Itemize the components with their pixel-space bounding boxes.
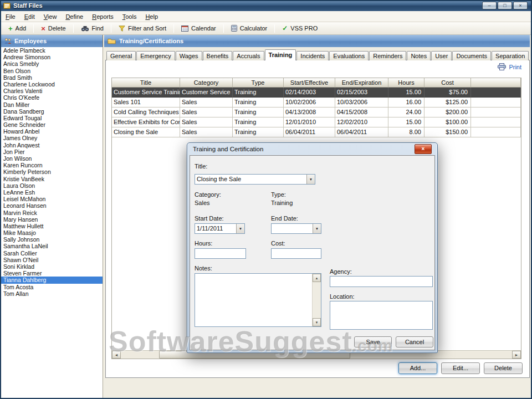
employee-list-item[interactable]: Steven Farmer <box>1 270 103 277</box>
employee-list-item[interactable]: Tianna Dahlberg <box>1 277 103 283</box>
cost-input[interactable] <box>271 248 321 259</box>
tab-user[interactable]: User <box>431 51 452 60</box>
column-header-start-effective[interactable]: Start/Effective <box>284 78 335 88</box>
chevron-down-icon[interactable]: ▼ <box>306 175 315 184</box>
employee-list-item[interactable]: Marvin Reick <box>1 209 103 216</box>
column-header-title[interactable]: Title <box>112 78 180 88</box>
menu-file[interactable]: File <box>1 11 20 22</box>
minimize-button[interactable]: – <box>482 2 497 9</box>
employee-list-item[interactable]: Jon Wilson <box>1 155 103 162</box>
table-row[interactable]: Effective Exhibits for Con...SalesTraini… <box>112 117 521 127</box>
employee-list-item[interactable]: Kimberly Peterson <box>1 168 103 175</box>
employee-list-item[interactable]: John Anqwest <box>1 142 103 149</box>
column-header-category[interactable]: Category <box>180 78 233 88</box>
employee-list-item[interactable]: Howard Anbel <box>1 128 103 135</box>
employee-list-item[interactable]: Mary Hansen <box>1 216 103 223</box>
menu-define[interactable]: Define <box>61 11 88 22</box>
menu-tools[interactable]: Tools <box>118 11 141 22</box>
tab-separation[interactable]: Separation <box>492 51 529 60</box>
employee-list-item[interactable]: Dana Sandberg <box>1 108 103 115</box>
menu-view[interactable]: View <box>39 11 62 22</box>
table-row[interactable]: Customer Service TrainingCustomer Servic… <box>112 88 521 98</box>
chevron-down-icon[interactable]: ▼ <box>313 224 321 233</box>
employee-list-item[interactable]: Soni Kirklad <box>1 263 103 270</box>
employee-list[interactable]: Adele PlambeckAndrew SimonsonAnica Smebl… <box>1 47 103 398</box>
employee-list-item[interactable]: Leonard Hansen <box>1 202 103 209</box>
employee-list-item[interactable]: Brad Smith <box>1 74 103 81</box>
menu-help[interactable]: Help <box>141 11 162 22</box>
agency-input[interactable] <box>330 276 433 287</box>
tab-wages[interactable]: Wages <box>176 51 202 60</box>
toolbar-calculator[interactable]: Calculator <box>225 22 274 35</box>
title-dropdown[interactable]: Closing the Sale ▼ <box>195 174 315 185</box>
tab-evaluations[interactable]: Evaluations <box>329 51 369 60</box>
table-row[interactable]: Closing the SaleSalesTraining06/04/20110… <box>112 127 521 137</box>
table-row[interactable]: Sales 101SalesTraining10/02/200610/03/20… <box>112 98 521 108</box>
delete-button[interactable]: Delete <box>484 362 523 374</box>
employee-list-item[interactable]: Gene Schneider <box>1 121 103 128</box>
employee-list-item[interactable]: Ben Olson <box>1 68 103 74</box>
tab-documents[interactable]: Documents <box>452 51 491 60</box>
employee-list-item[interactable]: Andrew Simonson <box>1 54 103 60</box>
notes-textarea[interactable]: ▲ ▼ <box>195 273 321 327</box>
menu-reports[interactable]: Reports <box>88 11 118 22</box>
employee-list-item[interactable]: Kristie VanBeek <box>1 176 103 182</box>
employee-list-item[interactable]: Sally Johnson <box>1 236 103 243</box>
toolbar-filter-and-sort[interactable]: Filter and Sort <box>112 22 172 35</box>
end-date-dropdown[interactable]: ▼ <box>271 223 321 234</box>
employee-list-item[interactable]: Mike Maasjo <box>1 229 103 236</box>
toolbar-delete[interactable]: ×Delete <box>35 22 71 35</box>
employee-list-item[interactable]: Sarah Collier <box>1 250 103 257</box>
scroll-right-icon[interactable]: ► <box>512 351 521 359</box>
employee-list-item[interactable]: Chris O'Keefe <box>1 94 103 101</box>
maximize-button[interactable]: □ <box>498 2 512 9</box>
tab-accruals[interactable]: Accruals <box>233 51 264 60</box>
employee-list-item[interactable]: Laura Olson <box>1 182 103 189</box>
dialog-close-button[interactable]: × <box>415 144 432 154</box>
notes-scrollbar[interactable]: ▲ ▼ <box>312 274 321 326</box>
edit-button[interactable]: Edit... <box>441 362 480 374</box>
employee-list-item[interactable]: Leisel McMahon <box>1 196 103 202</box>
toolbar-add[interactable]: +Add <box>2 22 32 35</box>
employee-list-item[interactable]: James Olney <box>1 135 103 141</box>
employee-list-item[interactable]: Dan Miller <box>1 101 103 108</box>
employee-list-item[interactable]: LeAnne Esh <box>1 189 103 196</box>
employee-list-item[interactable]: Charlene Lockwood <box>1 81 103 88</box>
title-bar[interactable]: Staff Files – □ × <box>0 0 532 11</box>
chevron-down-icon[interactable]: ▼ <box>236 224 244 233</box>
tab-benefits[interactable]: Benefits <box>203 51 233 60</box>
tab-general[interactable]: General <box>106 51 136 60</box>
tab-emergency[interactable]: Emergency <box>136 51 175 60</box>
column-header-hours[interactable]: Hours <box>388 78 424 88</box>
tab-training[interactable]: Training <box>265 49 296 60</box>
employee-list-item[interactable]: Tom Allan <box>1 290 103 297</box>
employee-list-item[interactable]: Tom Acosta <box>1 284 103 290</box>
toolbar-calendar[interactable]: Calendar <box>175 22 222 35</box>
tab-reminders[interactable]: Reminders <box>369 51 406 60</box>
employee-list-item[interactable]: Adele Plambeck <box>1 47 103 54</box>
tab-notes[interactable]: Notes <box>407 51 431 60</box>
add-button[interactable]: Add... <box>398 362 437 374</box>
table-row[interactable]: Cold Calling TechniquesSalesTraining04/1… <box>112 108 521 117</box>
cancel-button[interactable]: Cancel <box>396 336 433 347</box>
close-button[interactable]: × <box>513 2 528 9</box>
print-button[interactable]: Print <box>498 63 521 70</box>
employee-list-item[interactable]: Jon Pier <box>1 149 103 155</box>
column-header-type[interactable]: Type <box>233 78 284 88</box>
employee-list-item[interactable]: Karen Runcorn <box>1 162 103 168</box>
employee-list-item[interactable]: Edward Tougal <box>1 115 103 121</box>
employee-list-item[interactable]: Shawn O'Neil <box>1 257 103 263</box>
column-header-cost[interactable]: Cost <box>424 78 471 88</box>
toolbar-find[interactable]: Find <box>75 22 110 35</box>
hours-input[interactable] <box>195 248 246 259</box>
employee-list-item[interactable]: Anica Smebly <box>1 60 103 67</box>
column-header-end-expiration[interactable]: End/Expiration <box>335 78 388 88</box>
employee-list-item[interactable]: Matthew Hullett <box>1 223 103 229</box>
employee-list-item[interactable]: Samantha LaNeil <box>1 243 103 249</box>
tab-incidents[interactable]: Incidents <box>296 51 329 60</box>
scroll-up-icon[interactable]: ▲ <box>313 274 321 282</box>
start-date-dropdown[interactable]: 1/11/2011 ▼ <box>195 223 245 234</box>
employee-list-item[interactable]: Charles Valenti <box>1 88 103 94</box>
toolbar-vss-pro[interactable]: ✓VSS PRO <box>276 22 324 35</box>
menu-edit[interactable]: Edit <box>20 11 39 22</box>
